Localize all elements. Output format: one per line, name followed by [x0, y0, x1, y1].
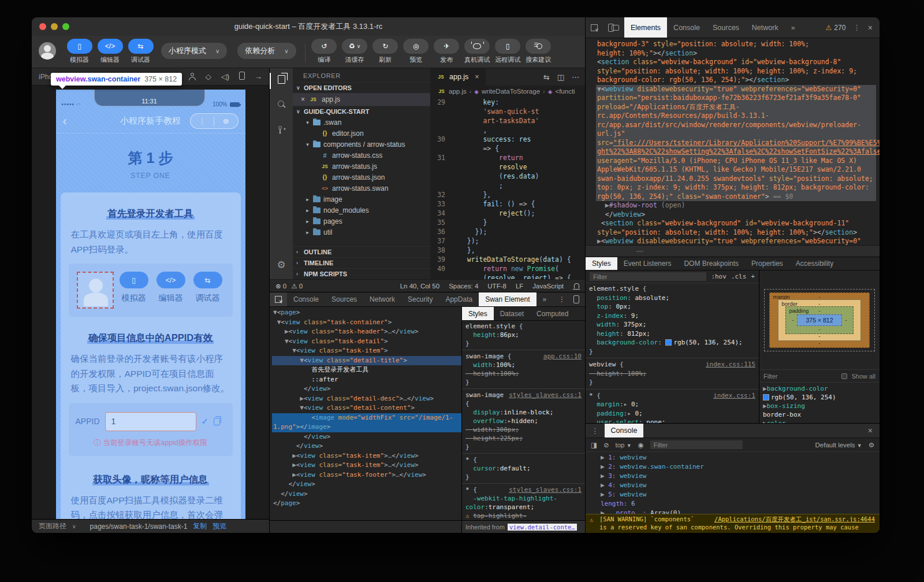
devtools-tab[interactable]: Elements	[624, 17, 667, 38]
console-entry[interactable]: length: 6	[601, 499, 875, 509]
console-entry[interactable]: ▶ 2: webview.swan-container	[601, 462, 875, 472]
context-selector[interactable]: top ▼	[616, 442, 632, 448]
style-line[interactable]: height:86px;	[462, 331, 585, 339]
dom-node[interactable]: ▼<view class="detail-title">	[272, 356, 461, 366]
close-drawer-icon[interactable]: ×	[861, 424, 880, 438]
language-mode[interactable]: JavaScript	[532, 283, 564, 290]
style-line[interactable]: element.style {	[586, 284, 759, 294]
toolbar-action-button[interactable]: ◎ 预览	[401, 39, 431, 64]
dom-node[interactable]: ▶#shadow-root (open)	[596, 201, 876, 210]
dom-node[interactable]: </view>	[272, 490, 461, 499]
dom-node[interactable]: ▶<webview disablewebsecurity="true" webp…	[596, 237, 876, 245]
phone-screen[interactable]: ••••• ◠ 11:31 100% ‹ 小程序新手教程	[56, 90, 245, 519]
indentation[interactable]: Spaces: 4	[449, 283, 478, 290]
close-window-button[interactable]	[39, 23, 46, 30]
editor-tab[interactable]: app.js ×	[430, 68, 486, 86]
dom-node[interactable]: <image mode="widthFix" src="/image/1-1.p…	[272, 413, 461, 432]
chevron-down-icon[interactable]: ∨	[72, 524, 76, 529]
analysis-dropdown[interactable]: 依赖分析 ∨	[237, 43, 296, 59]
style-line[interactable]: top: 0px;	[586, 302, 759, 312]
sidebar-section[interactable]: ›OUTLINE	[293, 246, 430, 257]
open-editors-section[interactable]: ∨OPEN EDITORS	[293, 82, 430, 93]
style-line[interactable]: }	[462, 378, 585, 387]
source-link[interactable]: /Applications/百度开发者工_ist/san.ssr.js:4644	[714, 516, 875, 524]
style-line[interactable]: z-index: 9;	[586, 312, 759, 321]
style-line[interactable]: cursor:default;	[462, 464, 585, 473]
computed-properties[interactable]: ▶background-color rgb(50, 136, 254)▶box-…	[759, 383, 880, 423]
stylesheet-link[interactable]: styles_slaves.css:1	[509, 485, 582, 494]
style-line[interactable]: user-select: none;	[586, 418, 759, 423]
toolbar-view-button[interactable]: ⇆ 调试器	[125, 39, 156, 64]
close-miniapp-icon[interactable]: ⊗	[214, 117, 238, 125]
more-menu-icon[interactable]: ⋮	[558, 295, 565, 303]
close-devtools-icon[interactable]: ×	[868, 23, 873, 32]
project-section[interactable]: ∨GUIDE-QUICK-START	[293, 106, 430, 117]
style-line[interactable]: width:100%;	[462, 361, 585, 369]
dom-node[interactable]: ▼<view class="task-item">	[272, 346, 461, 356]
style-line[interactable]: }	[586, 378, 759, 387]
toolbar-action-button[interactable]: 搜索建议	[523, 39, 554, 64]
console-output[interactable]: ▶ 1: webview▶ 2: webview.swan-container▶…	[586, 452, 880, 514]
stylesheet-link[interactable]: index.css:1	[713, 391, 755, 401]
more-menu-icon[interactable]: ⋮	[853, 23, 860, 32]
toolbar-view-button[interactable]: </> 编辑器	[95, 39, 125, 64]
styles-tab[interactable]: Event Listeners	[617, 257, 678, 270]
phone-tool-button[interactable]: ▯ 模拟器	[117, 272, 151, 303]
dom-node[interactable]: <section class="webview-background" id="…	[596, 58, 876, 85]
user-avatar[interactable]	[39, 42, 56, 60]
style-line[interactable]: display:inline-block;	[462, 408, 585, 417]
toolbar-action-button[interactable]: ♻∨ 清缓存	[340, 39, 370, 64]
gear-icon[interactable]: ⚙	[270, 259, 293, 271]
code-viewport[interactable]: 29 key: 'swan-quick-st art-tasksData' , …	[430, 97, 585, 279]
style-line[interactable]: height:225px;	[462, 434, 585, 443]
dom-node[interactable]: ▶<view class="task-item">…</view>	[272, 451, 461, 461]
styles-tab[interactable]: Properties	[745, 257, 789, 270]
console-sidebar-icon[interactable]: ◨	[591, 441, 597, 449]
dom-node[interactable]: <section class="webview-background" id="…	[596, 219, 876, 237]
search-icon[interactable]	[270, 101, 293, 112]
toolbar-action-button[interactable]: 真机调试	[462, 39, 493, 64]
computed-property[interactable]: rgb(50, 136, 254)	[763, 393, 876, 402]
console-entry[interactable]: ▶ __proto__: Array(0)	[601, 509, 875, 514]
swan-element-tree[interactable]: ▼<page> ▼<view class="task-container"> ▶…	[270, 307, 461, 520]
file-tree-item[interactable]: ▸ image	[293, 194, 430, 205]
console-entry[interactable]: ▶ 4: webview	[601, 481, 875, 490]
dom-node[interactable]: </view>	[272, 384, 461, 394]
style-line[interactable]: height: 100%;	[586, 369, 759, 379]
dom-node[interactable]: ▼<view class="task-container">	[272, 318, 461, 328]
log-levels-selector[interactable]: Default levels ▼	[815, 442, 862, 448]
collapse-panel-icon[interactable]: →	[255, 72, 262, 81]
source-control-icon[interactable]	[270, 126, 293, 138]
console-entry[interactable]: ▶ 1: webview	[601, 453, 875, 462]
elements-markup[interactable]: background-3" style="position: absolute;…	[586, 38, 880, 245]
inherited-node-link[interactable]: view.detail-conte…	[508, 524, 577, 531]
devtools-tab[interactable]: Sources	[706, 17, 746, 38]
file-tree-item[interactable]: ▸ util	[293, 227, 430, 238]
style-line[interactable]: -webkit-tap-highlight- color:transparent…	[462, 494, 585, 511]
warnings-indicator[interactable]: ⚠ 0	[291, 282, 303, 290]
style-line[interactable]: * {	[462, 453, 585, 464]
inspect-element-icon[interactable]	[270, 292, 287, 306]
copy-path-link[interactable]: 复制	[193, 521, 207, 531]
phone-tool-button[interactable]: </> 编辑器	[154, 272, 188, 303]
open-editor-item[interactable]: × app.js	[293, 93, 430, 106]
file-tree-item[interactable]: arrow-status.swan	[293, 183, 430, 194]
computed-filter-input[interactable]: Filter	[763, 373, 837, 380]
phone-tool-button[interactable]: ⇆ 调试器	[191, 272, 225, 303]
dom-node[interactable]: </webview>	[596, 210, 876, 220]
zoom-window-button[interactable]	[62, 23, 69, 30]
toolbar-action-button[interactable]: ▯ 远程调试	[493, 39, 523, 64]
toolbar-action-button[interactable]: ↻ 刷新	[370, 39, 401, 64]
style-line[interactable]: width:300px;	[462, 425, 585, 434]
mode-dropdown[interactable]: 小程序模式 ∨	[161, 43, 227, 59]
style-line[interactable]: margin:▸ 0;	[586, 400, 759, 409]
miniapp-capsule[interactable]: ⋮ ⊗	[190, 113, 239, 129]
styles-tab[interactable]: Accessibility	[789, 257, 840, 270]
minimize-window-button[interactable]	[51, 23, 58, 30]
console-tab[interactable]: Console	[605, 424, 644, 438]
copy-icon[interactable]	[214, 418, 220, 425]
new-rule-button[interactable]: +	[751, 273, 755, 280]
console-entry[interactable]: ▶ 5: webview	[601, 490, 875, 499]
notifications-bell-icon[interactable]	[574, 283, 579, 288]
account-icon[interactable]	[189, 73, 196, 80]
